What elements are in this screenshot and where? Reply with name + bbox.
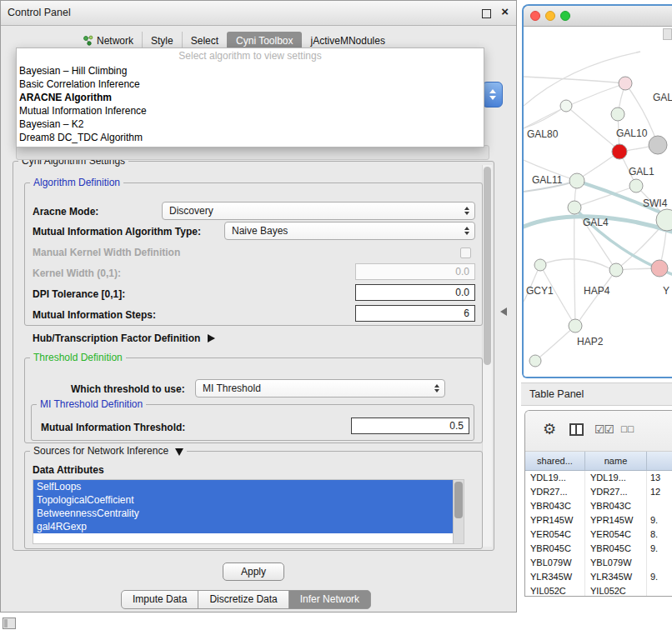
node-gcy1[interactable] <box>534 259 546 271</box>
kernel-width-field[interactable]: 0.0 <box>355 263 475 280</box>
scrollbar-thumb[interactable] <box>484 167 491 365</box>
node-label: GAL1 <box>629 166 654 178</box>
docked-panel-icon[interactable] <box>3 618 16 629</box>
table-row[interactable]: YLR345W YLR345W 9. <box>525 570 672 584</box>
tab-jactivemnodules[interactable]: jActiveMNodules <box>302 32 394 49</box>
tab-style[interactable]: Style <box>142 32 182 49</box>
cell: YDR27... <box>525 485 585 499</box>
node[interactable] <box>619 77 632 90</box>
network-canvas[interactable]: GAL80 GAL10 GAL11 GAL1 SWI4 GAL4 GCY1 HA… <box>524 27 672 378</box>
node-gal4[interactable] <box>568 201 581 214</box>
control-panel-titlebar[interactable]: Control Panel × <box>1 1 516 26</box>
float-window-icon[interactable] <box>482 9 491 18</box>
settings-scrollbar[interactable] <box>482 165 492 547</box>
mi-threshold-label: Mutual Information Threshold: <box>41 422 185 433</box>
table-row[interactable]: YBR043C YBR043C <box>525 499 672 513</box>
minimize-traffic-light[interactable] <box>545 11 555 21</box>
table-row[interactable]: YER054C YER054C 8. <box>525 528 672 542</box>
cell: YDR27... <box>585 485 647 499</box>
aracne-mode-select[interactable]: Discovery <box>162 202 475 220</box>
cell: YBR045C <box>525 542 585 556</box>
node-gal10[interactable] <box>612 144 627 159</box>
dropdown-item[interactable]: Basic Correlation Inference <box>17 78 484 91</box>
tab-label: Style <box>151 35 173 47</box>
column-header-shared-name[interactable]: shared... <box>525 452 585 470</box>
algorithm-combo-arrows[interactable] <box>482 82 503 108</box>
table-row[interactable]: YBR045C YBR045C 9. <box>525 542 672 556</box>
mi-threshold-field[interactable]: 0.5 <box>351 418 469 434</box>
sources-toggle[interactable]: Sources for Network Inference <box>30 445 187 457</box>
dropdown-item[interactable]: Bayesian – K2 <box>17 118 484 131</box>
node-gal1[interactable] <box>629 179 643 192</box>
node-label: GAL <box>653 92 672 103</box>
data-attributes-list[interactable]: SelfLoops TopologicalCoefficient Between… <box>33 479 464 544</box>
cell: YBR043C <box>525 499 585 513</box>
node-gal11[interactable] <box>569 173 584 188</box>
network-window-titlebar[interactable] <box>524 6 672 27</box>
cyni-mode-tabs: Impute Data Discretize Data Infer Networ… <box>121 590 371 609</box>
group-title: Threshold Definition <box>30 352 126 363</box>
table-row[interactable]: YBL079W YBL079W <box>525 556 672 570</box>
which-threshold-select[interactable]: MI Threshold <box>195 379 445 398</box>
hub-section-toggle[interactable]: Hub/Transcription Factor Definition <box>33 332 215 344</box>
table-row[interactable]: YDR27... YDR27... 12 <box>525 485 672 499</box>
tab-network[interactable]: Network <box>74 32 142 49</box>
zoom-traffic-light[interactable] <box>560 11 570 21</box>
list-item[interactable]: SelfLoops <box>33 480 454 493</box>
mi-steps-field[interactable]: 6 <box>355 305 475 322</box>
tab-select[interactable]: Select <box>182 32 227 49</box>
node-hap2[interactable] <box>569 319 582 332</box>
close-icon[interactable]: × <box>501 4 509 18</box>
gear-icon[interactable]: ⚙ <box>543 421 556 438</box>
node-label: HAP2 <box>577 336 604 348</box>
splitter-collapse-icon[interactable] <box>500 308 507 316</box>
select-checkboxes-icon[interactable]: ☑☑ <box>594 422 614 436</box>
tab-infer-network[interactable]: Infer Network <box>288 590 371 609</box>
node[interactable] <box>560 100 572 112</box>
node[interactable] <box>529 355 541 367</box>
node[interactable] <box>611 108 624 121</box>
node-hap4[interactable] <box>651 260 668 277</box>
cell: YLR345W <box>585 570 647 584</box>
dropdown-item-selected[interactable]: ARACNE Algorithm <box>17 91 484 104</box>
column-header-name[interactable]: name <box>585 452 647 470</box>
dropdown-item[interactable]: Dream8 DC_TDC Algorithm <box>17 131 484 144</box>
table-row[interactable]: YIL052C YIL052C <box>525 584 672 597</box>
node[interactable] <box>649 136 667 154</box>
columns-icon[interactable] <box>569 423 584 436</box>
dpi-tolerance-label: DPI Tolerance [0,1]: <box>33 288 125 300</box>
scrollbar-thumb[interactable] <box>454 482 463 518</box>
column-header-extra[interactable] <box>647 452 672 470</box>
list-item[interactable]: BetweennessCentrality <box>33 507 454 520</box>
table-panel-window: ⚙ ☑☑ ☐☐ shared... name YDL19... YDL19...… <box>524 410 672 597</box>
table-row[interactable]: YPR145W YPR145W 9. <box>525 513 672 528</box>
list-item[interactable]: gal4RGexp <box>33 520 454 533</box>
table-row[interactable]: YDL19... YDL19... 13 <box>525 471 672 485</box>
table-panel-titlebar[interactable]: Table Panel <box>521 382 672 406</box>
panel-title: Control Panel <box>8 7 71 18</box>
canvas-scrollbar[interactable] <box>663 28 672 40</box>
deselect-checkboxes-icon[interactable]: ☐☐ <box>620 425 634 434</box>
up-arrow-icon <box>489 89 496 93</box>
list-scrollbar[interactable] <box>453 480 464 543</box>
chevron-down-icon <box>175 448 183 456</box>
dpi-tolerance-field[interactable]: 0.0 <box>355 284 475 301</box>
tab-impute-data[interactable]: Impute Data <box>121 590 198 609</box>
list-item[interactable]: TopologicalCoefficient <box>33 493 454 507</box>
node-label: GAL80 <box>527 128 559 140</box>
network-graph: GAL80 GAL10 GAL11 GAL1 SWI4 GAL4 GCY1 HA… <box>524 27 672 378</box>
dropdown-item[interactable]: Bayesian – Hill Climbing <box>17 64 484 78</box>
manual-kernel-checkbox[interactable] <box>460 248 471 258</box>
cell: YPR145W <box>585 513 647 528</box>
table-panel-title: Table Panel <box>529 388 584 400</box>
node[interactable] <box>609 263 623 277</box>
tab-discretize-data[interactable]: Discretize Data <box>198 590 288 609</box>
sources-title: Sources for Network Inference <box>33 445 168 457</box>
mi-type-select[interactable]: Naive Bayes <box>224 222 475 240</box>
node-label: HAP4 <box>584 285 610 297</box>
close-traffic-light[interactable] <box>530 11 540 21</box>
dropdown-item[interactable]: Mutual Information Inference <box>17 104 484 118</box>
table-body: YDL19... YDL19... 13 YDR27... YDR27... 1… <box>525 471 672 597</box>
tab-cyni-toolbox[interactable]: Cyni Toolbox <box>227 32 301 49</box>
apply-button[interactable]: Apply <box>223 562 284 581</box>
